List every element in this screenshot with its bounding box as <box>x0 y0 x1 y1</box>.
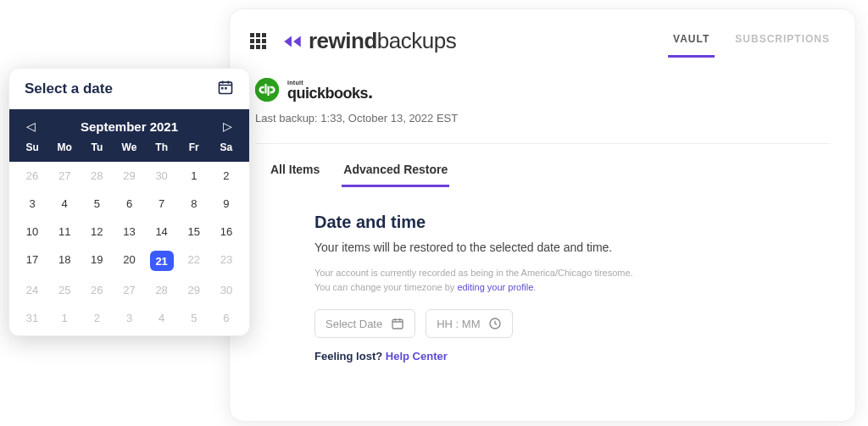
last-backup-text: Last backup: 1:33, October 13, 2022 EST <box>255 112 855 124</box>
calendar-day[interactable]: 22 <box>178 251 210 271</box>
calendar-day[interactable]: 9 <box>210 195 242 213</box>
timezone-note: Your account is currently recorded as be… <box>314 266 855 294</box>
dow-label: Fr <box>178 141 210 153</box>
month-label: September 2021 <box>81 119 178 134</box>
calendar-icon <box>391 317 404 330</box>
day-of-week-row: SuMoTuWeThFrSa <box>16 138 242 157</box>
panel-lead: Your items will be restored to the selec… <box>314 241 855 254</box>
app-window: rewindbackups VAULT SUBSCRIPTIONS intuit… <box>229 8 856 422</box>
nav-tab-subscriptions[interactable]: SUBSCRIPTIONS <box>730 25 835 58</box>
help-line: Feeling lost? Help Center <box>314 350 855 362</box>
calendar-day[interactable]: 3 <box>16 195 48 213</box>
date-picker-title: Select a date <box>25 80 113 97</box>
calendar-day[interactable]: 30 <box>146 167 178 185</box>
main-content: intuit quickbooks. Last backup: 1:33, Oc… <box>230 58 855 362</box>
edit-profile-link[interactable]: editing your profile <box>457 282 533 292</box>
calendar-day[interactable]: 26 <box>16 167 48 185</box>
calendar-day[interactable]: 4 <box>48 195 81 213</box>
tab-all-items[interactable]: All Items <box>269 156 321 187</box>
select-time-input[interactable]: HH : MM <box>426 309 513 338</box>
restore-panel: Date and time Your items will be restore… <box>255 187 855 362</box>
calendar-icon <box>217 79 234 99</box>
brand-text: rewindbackups <box>309 28 456 54</box>
svg-rect-13 <box>225 87 227 90</box>
dow-label: We <box>113 141 145 153</box>
panel-heading: Date and time <box>314 213 855 232</box>
calendar-day[interactable]: 19 <box>81 251 113 271</box>
brand-logo: rewindbackups <box>281 28 456 54</box>
help-center-link[interactable]: Help Center <box>386 350 448 362</box>
calendar-nav: ◁ September 2021 ▷ SuMoTuWeThFrSa <box>9 109 249 162</box>
calendar-day[interactable]: 26 <box>81 281 113 299</box>
sub-tabs: All Items Advanced Restore <box>255 144 855 187</box>
date-picker-header: Select a date <box>9 69 249 109</box>
top-nav: VAULT SUBSCRIPTIONS <box>668 25 835 58</box>
svg-rect-1 <box>264 84 266 93</box>
calendar-day[interactable]: 30 <box>210 281 242 299</box>
product-name: intuit quickbooks. <box>287 80 373 101</box>
calendar-day[interactable]: 10 <box>16 223 48 241</box>
calendar-day[interactable]: 8 <box>178 195 210 213</box>
quickbooks-icon <box>255 78 279 102</box>
dow-label: Sa <box>210 141 242 153</box>
calendar-day[interactable]: 2 <box>81 309 113 327</box>
dow-label: Su <box>16 141 48 153</box>
top-bar: rewindbackups VAULT SUBSCRIPTIONS <box>230 9 855 58</box>
calendar-day[interactable]: 25 <box>48 281 81 299</box>
rewind-icon <box>281 30 303 53</box>
select-date-input[interactable]: Select Date <box>314 309 415 338</box>
svg-point-0 <box>255 78 279 102</box>
calendar-day[interactable]: 31 <box>16 309 48 327</box>
next-month-button[interactable]: ▷ <box>218 118 237 135</box>
datetime-inputs: Select Date HH : MM <box>314 309 855 338</box>
calendar-day[interactable]: 29 <box>113 167 145 185</box>
dow-label: Tu <box>81 141 113 153</box>
dow-label: Th <box>146 141 178 153</box>
calendar-day[interactable]: 6 <box>210 309 242 327</box>
nav-tab-vault[interactable]: VAULT <box>668 25 715 58</box>
calendar-day[interactable]: 27 <box>48 167 81 185</box>
clock-icon <box>488 317 502 330</box>
calendar-day[interactable]: 21 <box>150 251 174 271</box>
calendar-day[interactable]: 3 <box>113 309 145 327</box>
calendar-day[interactable]: 18 <box>48 251 81 271</box>
calendar-day[interactable]: 12 <box>81 223 113 241</box>
calendar-day[interactable]: 20 <box>113 251 145 271</box>
svg-rect-2 <box>267 86 269 96</box>
calendar-day[interactable]: 27 <box>113 281 145 299</box>
prev-month-button[interactable]: ◁ <box>21 118 41 135</box>
svg-rect-12 <box>221 87 224 90</box>
date-picker: Select a date ◁ September 2021 ▷ SuMoTuW… <box>8 68 250 336</box>
calendar-day[interactable]: 4 <box>146 309 178 327</box>
calendar-day[interactable]: 11 <box>48 223 81 241</box>
calendar-day[interactable]: 23 <box>210 251 242 271</box>
calendar-day[interactable]: 5 <box>178 309 210 327</box>
calendar-day[interactable]: 24 <box>16 281 48 299</box>
calendar-day[interactable]: 16 <box>210 223 242 241</box>
calendar-grid: 2627282930123456789101112131415161718192… <box>9 162 249 335</box>
calendar-day[interactable]: 2 <box>210 167 242 185</box>
calendar-day[interactable]: 6 <box>113 195 145 213</box>
apps-grid-icon[interactable] <box>250 33 266 49</box>
calendar-day[interactable]: 13 <box>113 223 145 241</box>
calendar-day[interactable]: 28 <box>146 281 178 299</box>
calendar-day[interactable]: 14 <box>146 223 178 241</box>
calendar-day[interactable]: 1 <box>48 309 81 327</box>
calendar-day[interactable]: 17 <box>16 251 48 271</box>
calendar-day[interactable]: 7 <box>146 195 178 213</box>
calendar-day[interactable]: 1 <box>178 167 210 185</box>
dow-label: Mo <box>48 141 81 153</box>
calendar-day[interactable]: 15 <box>178 223 210 241</box>
calendar-day[interactable]: 5 <box>81 195 113 213</box>
tab-advanced-restore[interactable]: Advanced Restore <box>342 156 449 187</box>
svg-rect-3 <box>392 319 403 329</box>
product-header: intuit quickbooks. <box>255 78 855 102</box>
calendar-day[interactable]: 29 <box>178 281 210 299</box>
calendar-day[interactable]: 28 <box>81 167 113 185</box>
